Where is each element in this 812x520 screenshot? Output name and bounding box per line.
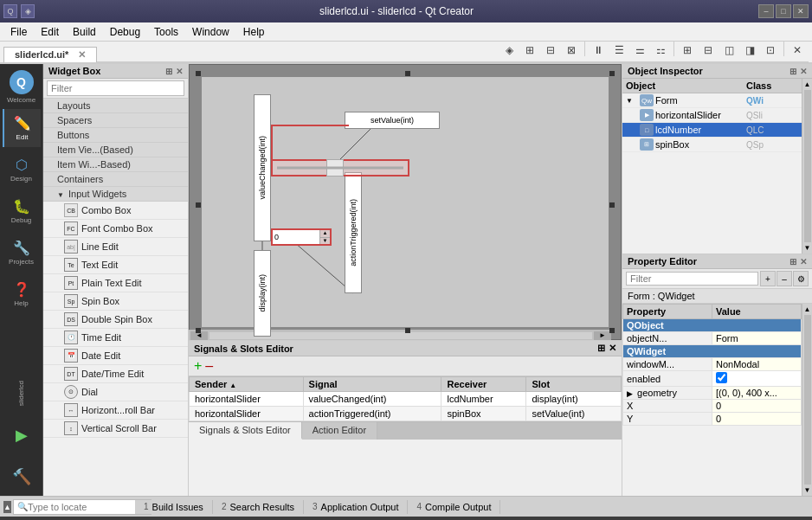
minimize-button[interactable]: – <box>758 4 774 18</box>
activity-edit[interactable]: ✏️ Edit <box>3 109 41 147</box>
horizontal-slider-widget[interactable] <box>271 159 409 177</box>
design-canvas[interactable]: valueChanged(int) setValue(int) actionTr… <box>189 64 622 340</box>
activity-sliderlcd[interactable]: sliderlcd <box>3 375 41 413</box>
scrollbar-right-btn[interactable]: ► <box>594 331 611 340</box>
signals-slots-pin[interactable]: ⊞ <box>597 343 605 354</box>
toolbar-btn-4[interactable]: ⊠ <box>562 41 581 60</box>
widget-cat-layouts[interactable]: Layouts <box>43 99 188 113</box>
widget-item-combobox[interactable]: CB Combo Box <box>43 202 188 220</box>
prop-row-windowm[interactable]: windowM... NonModal <box>623 358 802 371</box>
menu-window[interactable]: Window <box>185 24 236 40</box>
activity-build[interactable]: 🔨 <box>3 458 41 496</box>
obj-scroll-thumb[interactable] <box>804 90 811 242</box>
widget-item-vscrollbar[interactable]: ↕ Vertical Scroll Bar <box>43 420 188 438</box>
activity-design[interactable]: ⬡ Design <box>3 151 41 189</box>
menu-tools[interactable]: Tools <box>147 24 185 40</box>
status-tab-compile[interactable]: 4 Compile Output <box>408 500 500 514</box>
remove-connection-button[interactable]: – <box>205 359 213 373</box>
file-tab-close[interactable]: ✕ <box>78 49 86 60</box>
obj-row-hslider[interactable]: ▶ horizontalSlider QSli <box>622 108 802 123</box>
menu-edit[interactable]: Edit <box>34 24 66 40</box>
table-row[interactable]: horizontalSlider actionTriggered(int) sp… <box>190 407 622 421</box>
toolbar-btn-5[interactable]: ⏸ <box>589 41 608 60</box>
file-tab-sliderlcd[interactable]: sliderlcd.ui* ✕ <box>3 47 97 62</box>
prop-filter-remove[interactable]: – <box>777 271 792 286</box>
widget-item-fontcombo[interactable]: FC Font Combo Box <box>43 220 188 238</box>
activity-projects[interactable]: 🔧 Projects <box>3 234 41 272</box>
col-sender[interactable]: Sender ▲ <box>190 377 304 392</box>
widget-cat-buttons[interactable]: Buttons <box>43 128 188 143</box>
spinbox-widget[interactable]: 0 ▲ ▼ <box>271 228 332 246</box>
add-connection-button[interactable]: + <box>194 359 202 373</box>
status-tab-build[interactable]: 1 Build Issues <box>135 500 213 514</box>
prop-y-value[interactable]: 0 <box>712 413 802 426</box>
status-tab-search[interactable]: 2 Search Results <box>213 500 304 514</box>
menu-build[interactable]: Build <box>66 24 103 40</box>
obj-row-form[interactable]: ▼ Qw Form QWi <box>622 93 802 108</box>
prop-geometry-value[interactable]: [(0, 0), 400 x... <box>712 387 802 400</box>
tab-signals-slots[interactable]: Signals & Slots Editor <box>189 422 302 440</box>
col-signal[interactable]: Signal <box>303 377 441 392</box>
activity-debug[interactable]: 🐛 Debug <box>3 192 41 230</box>
obj-row-spinbox[interactable]: ⊞ spinBox QSp <box>622 138 802 152</box>
obj-close[interactable]: ✕ <box>800 67 807 76</box>
activity-debug2[interactable]: ▶ <box>3 416 41 454</box>
widget-item-plaintextedit[interactable]: Pt Plain Text Edit <box>43 274 188 292</box>
status-tab-appoutput[interactable]: 3 Application Output <box>304 500 408 514</box>
widget-cat-containers[interactable]: Containers <box>43 172 188 187</box>
widget-cat-spacers[interactable]: Spacers <box>43 113 188 128</box>
widget-item-dial[interactable]: ⊙ Dial <box>43 383 188 401</box>
prop-vscrollbar[interactable]: ▲ ▼ <box>802 304 812 496</box>
prop-row-y[interactable]: Y 0 <box>623 413 802 426</box>
toolbar-btn-8[interactable]: ⚏ <box>651 41 670 60</box>
activity-help[interactable]: ❓ Help <box>3 275 41 313</box>
toolbar-btn-6[interactable]: ☰ <box>609 41 628 60</box>
toolbar-btn-1[interactable]: ◈ <box>499 41 519 60</box>
menu-debug[interactable]: Debug <box>103 24 147 40</box>
widget-item-textedit[interactable]: Te Text Edit <box>43 256 188 274</box>
canvas-hscrollbar[interactable]: ◄ ► <box>189 330 611 340</box>
tab-action-editor[interactable]: Action Editor <box>302 422 377 440</box>
toolbar-btn-11[interactable]: ◫ <box>719 41 738 60</box>
prop-row-objectname[interactable]: objectN... Form <box>623 332 802 345</box>
col-slot[interactable]: Slot <box>526 377 622 392</box>
signals-slots-close[interactable]: ✕ <box>609 343 616 354</box>
toolbar-btn-2[interactable]: ⊞ <box>520 41 539 60</box>
prop-close[interactable]: ✕ <box>800 257 807 266</box>
toolbar-btn-3[interactable]: ⊟ <box>541 41 560 60</box>
menu-file[interactable]: File <box>3 24 34 40</box>
prop-x-value[interactable]: 0 <box>712 400 802 413</box>
close-button[interactable]: ✕ <box>793 4 809 18</box>
prop-enabled-value[interactable] <box>712 371 802 387</box>
prop-scroll-down[interactable]: ▼ <box>804 486 811 494</box>
activity-welcome[interactable]: Q Welcome <box>3 67 41 106</box>
widget-item-datetimeedit[interactable]: DT Date/Time Edit <box>43 365 188 383</box>
toolbar-btn-7[interactable]: ⚌ <box>630 41 649 60</box>
table-row[interactable]: horizontalSlider valueChanged(int) lcdNu… <box>190 392 622 407</box>
widget-box-pin[interactable]: ⊞ <box>165 67 172 76</box>
obj-scroll-up[interactable]: ▲ <box>804 80 811 88</box>
status-search-input[interactable] <box>28 502 123 512</box>
prop-windowm-value[interactable]: NonModal <box>712 358 802 371</box>
widget-item-timeedit[interactable]: 🕐 Time Edit <box>43 329 188 347</box>
prop-pin[interactable]: ⊞ <box>789 257 796 266</box>
menu-help[interactable]: Help <box>236 24 272 40</box>
prop-filter-add[interactable]: + <box>760 271 776 286</box>
widget-cat-input[interactable]: ▼ Input Widgets <box>43 187 188 202</box>
widget-filter-input[interactable] <box>47 80 184 96</box>
widget-cat-itemwidget[interactable]: Item Wi...-Based) <box>43 157 188 172</box>
maximize-button[interactable]: □ <box>776 4 791 18</box>
property-filter-input[interactable] <box>626 272 758 286</box>
prop-row-geometry[interactable]: ▶ geometry [(0, 0), 400 x... <box>623 387 802 400</box>
prop-filter-settings[interactable]: ⚙ <box>793 271 809 286</box>
widget-item-dateedit[interactable]: 📅 Date Edit <box>43 347 188 365</box>
widget-item-hscrollbar[interactable]: ↔ Horizont...roll Bar <box>43 401 188 420</box>
col-receiver[interactable]: Receiver <box>441 377 526 392</box>
obj-vscrollbar[interactable]: ▲ ▼ <box>802 79 812 254</box>
panel-close[interactable]: ✕ <box>788 41 807 60</box>
obj-scroll-down[interactable]: ▼ <box>804 244 811 252</box>
enabled-checkbox[interactable] <box>716 372 727 383</box>
obj-pin[interactable]: ⊞ <box>789 67 796 76</box>
widget-box-close[interactable]: ✕ <box>176 67 183 76</box>
toolbar-btn-13[interactable]: ⊡ <box>761 41 780 60</box>
